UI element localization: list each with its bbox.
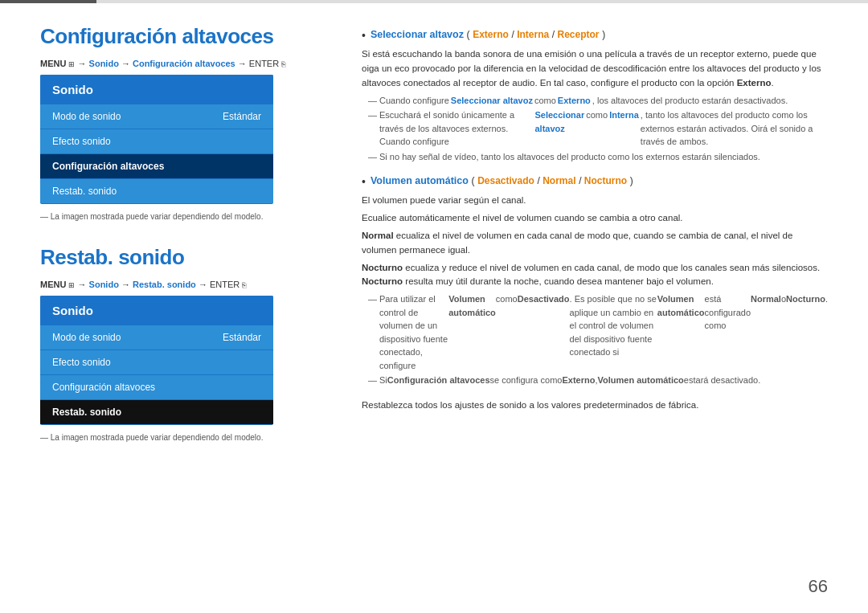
right-column: • Seleccionar altavoz ( Externo / Intern… bbox=[346, 24, 828, 589]
seleccionar-em3: Si no hay señal de vídeo, tanto los alta… bbox=[368, 150, 828, 164]
bullet-volumen-title: Volumen automático ( Desactivado / Norma… bbox=[371, 174, 633, 186]
menu-word2: MENU ⊞ → bbox=[40, 280, 89, 289]
seleccionar-em2: Escuchará el sonido únicamente a través … bbox=[368, 108, 828, 149]
left-column: Configuración altavoces MENU ⊞ → Sonido … bbox=[40, 24, 346, 589]
section-restab: Restab. sonido MENU ⊞ → Sonido → Restab.… bbox=[40, 245, 321, 442]
bullet-dot-2: • bbox=[362, 174, 366, 189]
top-bar bbox=[0, 0, 868, 3]
menu-item-modo-value: Estándar bbox=[223, 111, 261, 122]
sound-menu-2-header: Sonido bbox=[40, 296, 273, 325]
section1-title: Configuración altavoces bbox=[40, 24, 321, 49]
volumen-para2: Ecualice automáticamente el nivel de vol… bbox=[362, 211, 828, 226]
menu-restab: Restab. sonido bbox=[133, 280, 196, 289]
bullet-volumen-header: • Volumen automático ( Desactivado / Nor… bbox=[362, 174, 828, 189]
volumen-em2: Si Configuración altavoces se configura … bbox=[368, 374, 828, 387]
section2-menu-path: MENU ⊞ → Sonido → Restab. sonido → ENTER… bbox=[40, 280, 321, 289]
volumen-para3: Normal ecualiza el nivel de volumen en c… bbox=[362, 229, 828, 258]
bullet-seleccionar: • Seleccionar altavoz ( Externo / Intern… bbox=[362, 28, 828, 163]
volumen-em1: Para utilizar el control de volumen de u… bbox=[368, 292, 828, 372]
section2-disclaimer: La imagen mostrada puede variar dependie… bbox=[40, 433, 321, 442]
bullet-seleccionar-title: Seleccionar altavoz ( Externo / Interna … bbox=[371, 28, 605, 40]
menu-item-restab-label: Restab. sonido bbox=[52, 186, 117, 197]
menu2-item-efecto[interactable]: Efecto sonido bbox=[40, 350, 273, 374]
volumen-para4: Nocturno ecualiza y reduce el nivel de v… bbox=[362, 261, 828, 290]
menu2-item-efecto-label: Efecto sonido bbox=[52, 357, 111, 368]
reset-description: Restablezca todos los ajustes de sonido … bbox=[362, 398, 828, 412]
enter-icon1: ⎘ bbox=[281, 60, 285, 68]
menu2-item-config[interactable]: Configuración altavoces bbox=[40, 375, 273, 399]
section-configuracion: Configuración altavoces MENU ⊞ → Sonido … bbox=[40, 24, 321, 221]
menu-item-modo[interactable]: Modo de sonido Estándar bbox=[40, 104, 273, 129]
menu-item-modo-label: Modo de sonido bbox=[52, 111, 121, 122]
bullet-dot-1: • bbox=[362, 28, 366, 43]
menu2-item-config-label: Configuración altavoces bbox=[52, 382, 155, 393]
section1-disclaimer: La imagen mostrada puede variar dependie… bbox=[40, 212, 321, 221]
menu-sonido2: Sonido bbox=[89, 280, 119, 289]
sound-menu-2: Sonido Modo de sonido Estándar Efecto so… bbox=[40, 296, 273, 425]
menu-item-efecto[interactable]: Efecto sonido bbox=[40, 129, 273, 153]
menu-item-config-label: Configuración altavoces bbox=[52, 161, 164, 172]
menu-item-efecto-label: Efecto sonido bbox=[52, 136, 111, 147]
menu-word: MENU ⊞ → bbox=[40, 59, 89, 68]
sound-menu-1: Sonido Modo de sonido Estándar Efecto so… bbox=[40, 75, 273, 204]
menu2-item-restab-label: Restab. sonido bbox=[52, 407, 121, 418]
menu2-item-restab[interactable]: Restab. sonido bbox=[40, 400, 273, 424]
bullet-volumen: • Volumen automático ( Desactivado / Nor… bbox=[362, 174, 828, 387]
volumen-para1: El volumen puede variar según el canal. bbox=[362, 194, 828, 208]
seleccionar-em1: Cuando configure Seleccionar altavoz com… bbox=[368, 94, 828, 108]
section1-menu-path: MENU ⊞ → Sonido → Configuración altavoce… bbox=[40, 59, 321, 68]
page-number: 66 bbox=[809, 576, 828, 597]
menu-item-config[interactable]: Configuración altavoces bbox=[40, 154, 273, 178]
bullet-seleccionar-header: • Seleccionar altavoz ( Externo / Intern… bbox=[362, 28, 828, 43]
menu2-item-modo-value: Estándar bbox=[223, 332, 261, 343]
menu2-item-modo-label: Modo de sonido bbox=[52, 332, 121, 343]
sound-menu-1-header: Sonido bbox=[40, 75, 273, 104]
menu-config-altavoces: Configuración altavoces bbox=[133, 59, 235, 68]
menu-sonido1: Sonido bbox=[89, 59, 119, 68]
seleccionar-para1: Si está escuchando la banda sonora de un… bbox=[362, 47, 828, 90]
enter-icon2: ⎘ bbox=[242, 281, 246, 289]
menu-item-restab[interactable]: Restab. sonido bbox=[40, 179, 273, 203]
menu2-item-modo[interactable]: Modo de sonido Estándar bbox=[40, 325, 273, 349]
section2-title: Restab. sonido bbox=[40, 245, 321, 270]
